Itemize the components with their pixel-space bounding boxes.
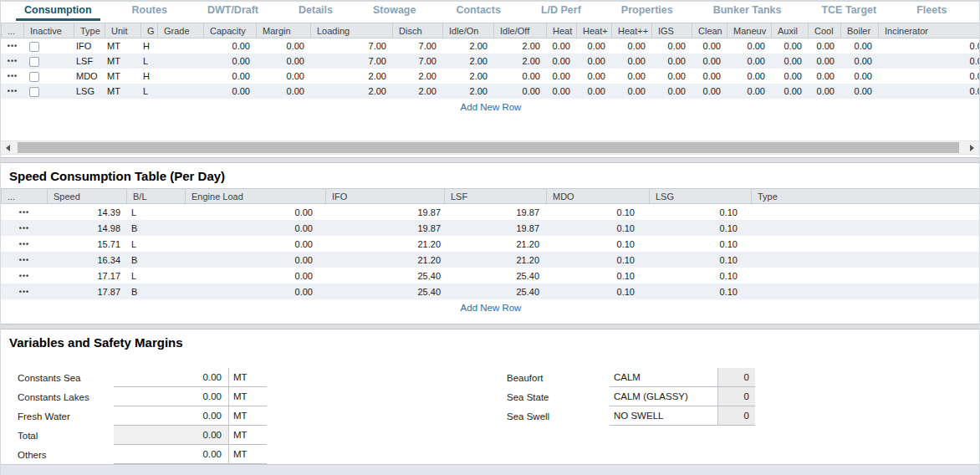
tab[interactable]: Fleets <box>908 2 955 20</box>
cell-capacity[interactable]: 0.00 <box>203 71 256 81</box>
cell-ifo[interactable]: 19.87 <box>325 223 444 233</box>
row-menu-button[interactable]: ••• <box>1 224 47 232</box>
row-menu-button[interactable]: ••• <box>1 256 47 264</box>
tab[interactable]: DWT/Draft <box>199 2 267 20</box>
cell-mdo[interactable]: 0.10 <box>546 239 649 249</box>
cell-boiler[interactable]: 0.00 <box>840 86 878 96</box>
cell-unit[interactable]: MT <box>105 41 140 51</box>
cell-idle-off[interactable]: 0.00 <box>493 86 546 96</box>
cell-heat-plus[interactable]: 0.00 <box>576 71 611 81</box>
cell-loading[interactable]: 2.00 <box>310 71 392 81</box>
field-value-input[interactable]: 0.00 <box>114 368 228 387</box>
cell-unit[interactable]: MT <box>105 56 140 66</box>
scrollbar-thumb[interactable] <box>18 142 959 153</box>
cell-engine-load[interactable]: 0.00 <box>185 271 325 281</box>
cell-bl[interactable]: L <box>126 239 185 249</box>
cell-heat-plus[interactable]: 0.00 <box>576 56 611 66</box>
cell-g[interactable]: L <box>140 86 157 96</box>
cell-bl[interactable]: B <box>126 287 185 297</box>
cell-cool[interactable]: 0.00 <box>808 71 840 81</box>
cell-lsf[interactable]: 21.20 <box>444 239 546 249</box>
cell-maneuv[interactable]: 0.00 <box>727 56 771 66</box>
scroll-right-button[interactable] <box>965 141 979 154</box>
cell-igs[interactable]: 0.00 <box>651 86 692 96</box>
cell-mdo[interactable]: 0.10 <box>546 255 649 265</box>
cell-speed[interactable]: 17.87 <box>47 287 126 297</box>
cell-bl[interactable]: L <box>126 271 185 281</box>
cell-engine-load[interactable]: 0.00 <box>185 255 325 265</box>
cell-boiler[interactable]: 0.00 <box>840 41 878 51</box>
cell-heat[interactable]: 0.00 <box>546 41 576 51</box>
cell-incinerator[interactable]: 0.00 <box>878 86 980 96</box>
scrollbar-track[interactable] <box>15 141 965 154</box>
cell-lsg[interactable]: 0.10 <box>649 239 751 249</box>
cell-auxil[interactable]: 0.00 <box>771 56 808 66</box>
add-new-row-link[interactable]: Add New Row <box>1 299 980 315</box>
cell-speed[interactable]: 14.39 <box>47 207 126 217</box>
cell-disch[interactable]: 7.00 <box>392 41 442 51</box>
cell-cool[interactable]: 0.00 <box>808 56 840 66</box>
cell-lsf[interactable]: 25.40 <box>444 271 546 281</box>
cell-auxil[interactable]: 0.00 <box>771 41 808 51</box>
cell-idle-off[interactable]: 2.00 <box>493 56 546 66</box>
field-value-dropdown[interactable]: NO SWELL <box>610 406 717 426</box>
row-menu-button[interactable]: ••• <box>1 208 47 217</box>
cell-igs[interactable]: 0.00 <box>651 41 692 51</box>
cell-idle-on[interactable]: 2.00 <box>442 71 493 81</box>
cell-heat-plus[interactable]: 0.00 <box>576 86 611 96</box>
cell-type[interactable]: LSF <box>74 56 105 66</box>
cell-lsg[interactable]: 0.10 <box>649 271 751 281</box>
inactive-checkbox[interactable] <box>29 57 39 67</box>
cell-bl[interactable]: B <box>126 223 185 233</box>
cell-idle-off[interactable]: 2.00 <box>493 41 546 51</box>
add-new-row-link[interactable]: Add New Row <box>1 99 980 115</box>
cell-loading[interactable]: 7.00 <box>310 56 392 66</box>
cell-idle-on[interactable]: 2.00 <box>442 41 493 51</box>
row-menu-button[interactable]: ••• <box>1 87 23 95</box>
cell-loading[interactable]: 7.00 <box>310 41 392 51</box>
cell-incinerator[interactable]: 0.00 <box>878 71 980 81</box>
cell-lsg[interactable]: 0.10 <box>649 255 751 265</box>
cell-capacity[interactable]: 0.00 <box>203 86 256 96</box>
tab[interactable]: L/D Perf <box>533 2 590 20</box>
cell-incinerator[interactable]: 0.00 <box>878 56 980 66</box>
cell-ifo[interactable]: 25.40 <box>325 287 444 297</box>
cell-clean[interactable]: 0.00 <box>692 41 727 51</box>
cell-lsg[interactable]: 0.10 <box>649 223 751 233</box>
cell-idle-on[interactable]: 2.00 <box>442 56 493 66</box>
cell-mdo[interactable]: 0.10 <box>546 271 649 281</box>
cell-ifo[interactable]: 25.40 <box>325 271 444 281</box>
tab[interactable]: Bunker Tanks <box>705 2 790 20</box>
field-value-dropdown[interactable]: CALM (GLASSY) <box>610 387 717 406</box>
cell-type[interactable]: IFO <box>74 41 105 51</box>
cell-heat[interactable]: 0.00 <box>546 71 576 81</box>
tab[interactable]: Details <box>290 2 341 20</box>
tab[interactable]: TCE Target <box>813 2 885 20</box>
cell-margin[interactable]: 0.00 <box>256 86 310 96</box>
cell-margin[interactable]: 0.00 <box>256 71 310 81</box>
cell-lsg[interactable]: 0.10 <box>649 287 751 297</box>
cell-capacity[interactable]: 0.00 <box>203 41 256 51</box>
field-value-input[interactable]: 0.00 <box>114 406 228 426</box>
tab[interactable]: Consumption <box>16 2 100 20</box>
cell-engine-load[interactable]: 0.00 <box>185 223 325 233</box>
cell-ifo[interactable]: 21.20 <box>325 239 444 249</box>
cell-engine-load[interactable]: 0.00 <box>185 239 325 249</box>
inactive-checkbox[interactable] <box>29 42 39 52</box>
cell-disch[interactable]: 2.00 <box>392 86 442 96</box>
cell-speed[interactable]: 15.71 <box>47 239 126 249</box>
cell-speed[interactable]: 17.17 <box>47 271 126 281</box>
row-menu-button[interactable]: ••• <box>1 42 23 50</box>
tab[interactable]: Properties <box>613 2 681 20</box>
cell-g[interactable]: L <box>140 56 157 66</box>
cell-clean[interactable]: 0.00 <box>692 56 727 66</box>
field-value-input[interactable]: 0.00 <box>114 445 228 464</box>
cell-mdo[interactable]: 0.10 <box>546 207 649 217</box>
field-value-dropdown[interactable]: CALM <box>610 368 717 387</box>
cell-maneuv[interactable]: 0.00 <box>727 71 771 81</box>
cell-clean[interactable]: 0.00 <box>692 86 727 96</box>
cell-cool[interactable]: 0.00 <box>808 41 840 51</box>
cell-lsf[interactable]: 25.40 <box>444 287 546 297</box>
inactive-checkbox[interactable] <box>29 72 39 82</box>
row-menu-button[interactable]: ••• <box>1 288 47 296</box>
